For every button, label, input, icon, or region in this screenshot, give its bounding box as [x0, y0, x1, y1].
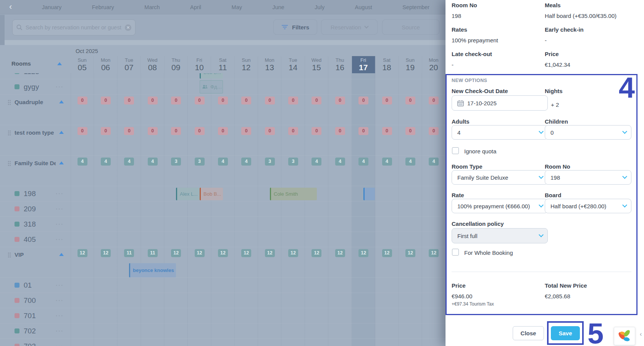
checkout-date-label: New Check-Out Date	[452, 88, 508, 94]
month-tab[interactable]: January	[42, 4, 62, 10]
day-name-label: Wed	[312, 57, 322, 63]
day-column-header[interactable]: Sat11	[211, 56, 234, 73]
day-number-label: 11	[219, 63, 227, 72]
panel-collapse-chevron-icon[interactable]: ‹	[640, 331, 642, 338]
filters-label: Filters	[292, 24, 309, 31]
board-label: Board	[545, 192, 561, 198]
day-number-label: 20	[429, 63, 438, 72]
day-name-label: Sun	[406, 57, 415, 63]
month-tab[interactable]: April	[190, 4, 201, 10]
whole-booking-checkbox[interactable]	[452, 249, 459, 256]
totals-divider	[452, 272, 631, 272]
room-no-value: 198	[550, 174, 560, 181]
reservation-bar[interactable]: beyonce knowles	[129, 263, 176, 277]
filters-button[interactable]: Filters	[273, 19, 317, 35]
day-column-header[interactable]: Fri10	[188, 56, 211, 73]
chevron-down-icon	[539, 232, 544, 237]
summary-label: Early check-in	[545, 26, 638, 33]
month-tab[interactable]: March	[144, 4, 160, 10]
search-box[interactable]: ✕	[12, 19, 136, 35]
cancellation-policy-select[interactable]: First full	[452, 228, 548, 243]
adults-select[interactable]: 4	[452, 125, 548, 140]
summary-value: -	[545, 37, 638, 43]
guest-name-label: Cole Smith	[271, 191, 298, 197]
day-number-label: 10	[195, 63, 203, 72]
room-no-label: Room No	[545, 163, 570, 170]
chevron-down-icon	[622, 174, 627, 179]
day-column-header[interactable]: Sat18	[375, 56, 399, 73]
day-number-label: 13	[265, 63, 274, 72]
day-column-header[interactable]: Fri17	[352, 56, 375, 73]
day-column-header[interactable]: Sun12	[235, 56, 258, 73]
summary-item: Rates100% prepayment	[452, 26, 545, 51]
total-new-price-value: €2,085.68	[545, 293, 570, 299]
day-column-header[interactable]: Thu16	[328, 56, 352, 73]
reservation-bar[interactable]	[363, 188, 375, 200]
month-tab[interactable]: August	[355, 4, 372, 10]
annotation-step-4: 4	[619, 73, 635, 102]
summary-value: -	[452, 61, 545, 68]
day-column-header[interactable]: Tue14	[281, 56, 305, 73]
day-column-header[interactable]: Sun05	[71, 56, 94, 73]
month-tab[interactable]: February	[92, 4, 114, 10]
reservation-bar[interactable]: Bob B...	[200, 188, 223, 200]
day-column-header[interactable]: Wed15	[305, 56, 328, 73]
day-column-header[interactable]: Sun19	[399, 56, 422, 73]
adults-label: Adults	[452, 118, 470, 125]
day-column-header[interactable]: Tue07	[118, 56, 141, 73]
day-number-label: 07	[124, 63, 133, 72]
reservation-dropdown[interactable]: Reservation	[321, 19, 378, 35]
day-column-header[interactable]: Thu09	[165, 56, 188, 73]
month-year-label: Oct 2025	[76, 48, 98, 54]
day-column-header[interactable]: Mon06	[94, 56, 117, 73]
summary-value: Half board (+€35.00/€35.00)	[545, 13, 638, 19]
ignore-quota-checkbox[interactable]	[452, 147, 459, 154]
children-value: 0	[550, 129, 554, 136]
day-number-label: 09	[171, 63, 180, 72]
source-dropdown[interactable]: Source	[382, 19, 439, 35]
month-tab[interactable]: July	[315, 4, 324, 10]
summary-item: Early check-in-	[545, 26, 638, 51]
guest-name-label: Фду...	[208, 84, 223, 90]
day-name-label: Sat	[219, 57, 227, 63]
day-name-label: Thu	[336, 57, 344, 63]
summary-item: Room No198	[452, 2, 545, 26]
sort-ascending-icon[interactable]	[57, 62, 62, 65]
brand-logo[interactable]	[614, 327, 635, 345]
day-column-header[interactable]: Wed08	[141, 56, 164, 73]
checkout-date-value: 17-10-2025	[467, 100, 497, 106]
search-input[interactable]	[26, 24, 125, 31]
rate-select[interactable]: 100% prepayment (€666.00)	[452, 199, 548, 213]
day-name-label: Sun	[242, 57, 250, 63]
day-name-label: Fri	[360, 57, 366, 63]
reservation-bar[interactable]: Фду...	[200, 80, 223, 93]
children-select[interactable]: 0	[545, 125, 631, 140]
clear-search-icon[interactable]: ✕	[125, 24, 131, 31]
reservation-bar[interactable]: Cole Smith	[270, 188, 317, 200]
close-button[interactable]: Close	[513, 326, 544, 340]
reservation-bar[interactable]: Alex L...	[176, 188, 200, 200]
board-value: Half board (+€280.00)	[550, 203, 606, 209]
tourism-tax-label: +€97.34 Tourism Tax	[452, 301, 494, 307]
chevron-down-icon	[539, 129, 544, 134]
day-number-label: 17	[359, 63, 368, 72]
back-chevron-icon[interactable]: ‹	[9, 2, 12, 12]
month-tab[interactable]: May	[232, 4, 242, 10]
day-name-label: Wed	[147, 57, 158, 63]
month-tab[interactable]: September	[402, 4, 429, 10]
day-column-header[interactable]: Mon20	[422, 56, 445, 73]
pinwheel-logo-icon	[617, 328, 632, 344]
month-tabs: JanuaryFebruaryMarchAprilMayJuneJulyAugu…	[27, 0, 445, 14]
save-button[interactable]: Save	[551, 326, 580, 340]
room-type-select[interactable]: Family Suite Deluxe	[452, 170, 548, 185]
checkout-date-input[interactable]: 17-10-2025	[452, 95, 548, 111]
calendar-icon	[457, 100, 464, 106]
day-column-header[interactable]: Mon13	[258, 56, 281, 73]
chevron-down-icon	[539, 203, 544, 208]
new-price-value: €946.00	[452, 293, 472, 299]
room-no-select[interactable]: 198	[545, 170, 631, 185]
reservation-bar[interactable]: Bob B...	[200, 73, 223, 79]
reservation-label: Reservation	[331, 24, 361, 31]
board-select[interactable]: Half board (+€280.00)	[545, 199, 631, 213]
month-tab[interactable]: June	[272, 4, 284, 10]
